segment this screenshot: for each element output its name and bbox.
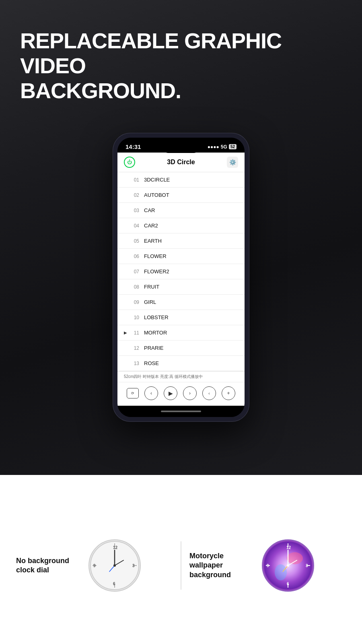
svg-text:9: 9 — [93, 564, 96, 568]
signal-icon: ●●●● — [208, 144, 219, 150]
list-name: MORTOR — [144, 330, 167, 336]
svg-point-15 — [275, 564, 287, 580]
clock-svg-colorful: 12 6 9 3 — [263, 540, 313, 591]
home-indicator — [117, 406, 245, 417]
power-button[interactable]: ⏻ — [124, 157, 135, 168]
list-item[interactable]: 12PRARIE — [117, 341, 245, 356]
list-name: GIRL — [144, 299, 156, 305]
play-icon: ▶ — [169, 390, 173, 396]
svg-text:3: 3 — [306, 564, 308, 568]
list-name: ROSE — [144, 360, 159, 366]
step-back-icon: ‹ — [208, 391, 210, 396]
step-fwd-icon: + — [227, 390, 230, 396]
prev-icon: ‹ — [150, 390, 152, 396]
list-num: 02 — [131, 192, 139, 198]
list-num: 13 — [131, 361, 139, 366]
list-num: 06 — [131, 254, 139, 259]
svg-point-14 — [287, 552, 303, 564]
list-name: LOBSTER — [144, 314, 169, 320]
list-num: 08 — [131, 284, 139, 290]
power-icon: ⏻ — [127, 159, 132, 165]
clock-dial-plain: 12 6 9 3 — [88, 539, 141, 592]
list-item[interactable]: 03CAR — [117, 203, 245, 218]
list-item[interactable]: ▶11MORTOR — [117, 325, 245, 341]
settings-icon: ⚙️ — [229, 159, 236, 165]
list-num: 05 — [131, 238, 139, 244]
comparison-section: No background clock dial 12 6 9 3 — [0, 487, 362, 644]
list-name: FLOWER — [144, 253, 167, 259]
list-item[interactable]: 06FLOWER — [117, 249, 245, 264]
list-num: 12 — [131, 345, 139, 351]
svg-text:3: 3 — [132, 564, 135, 568]
phone-shell: 14:31 ●●●● 5G 52 ⏻ 3D Circle ⚙️ 013DCI — [113, 133, 249, 422]
list-num: 07 — [131, 269, 139, 275]
clock-face-colorful: 12 6 9 3 — [263, 540, 313, 591]
phone-mockup: 14:31 ●●●● 5G 52 ⏻ 3D Circle ⚙️ 013DCI — [113, 133, 249, 422]
list-name: CAR — [144, 207, 155, 213]
phone-screen: 14:31 ●●●● 5G 52 ⏻ 3D Circle ⚙️ 013DCI — [117, 138, 245, 417]
list-item[interactable]: 013DCIRCLE — [117, 172, 245, 188]
headline-line1: REPLACEABLE GRAPHIC VIDEO — [20, 28, 302, 78]
list-item[interactable]: 10LOBSTER — [117, 310, 245, 325]
list-name: EARTH — [144, 238, 162, 244]
list-num: 04 — [131, 223, 139, 229]
list-name: 3DCIRCLE — [144, 177, 170, 183]
comparison-label-1: No background clock dial — [16, 556, 80, 575]
list-item[interactable]: 02AUTOBOT — [117, 188, 245, 203]
list-item[interactable]: 05EARTH — [117, 233, 245, 249]
prev-button[interactable]: ‹ — [144, 386, 158, 400]
home-bar — [161, 411, 201, 412]
status-time: 14:31 — [125, 143, 141, 150]
next-icon: › — [189, 390, 191, 396]
svg-point-12 — [113, 564, 116, 567]
step-fwd-button[interactable]: + — [222, 386, 235, 400]
list-item[interactable]: 04CAR2 — [117, 218, 245, 233]
list-num: 01 — [131, 177, 139, 183]
svg-text:12: 12 — [113, 545, 118, 550]
step-back-button[interactable]: ‹ — [202, 386, 216, 400]
list-name: AUTOBOT — [144, 192, 169, 198]
list-name: CAR2 — [144, 223, 158, 229]
network-label: 5G — [221, 144, 227, 150]
headline-line2: BACKGROUND. — [20, 78, 302, 103]
status-icons: ●●●● 5G 52 — [208, 144, 237, 150]
list-num: 11 — [131, 330, 139, 336]
comparison-label-2: Motorycle wallpaper background — [189, 551, 254, 580]
list-num: 03 — [131, 208, 139, 213]
next-button[interactable]: › — [183, 386, 197, 400]
comparison-divider — [181, 541, 181, 590]
list-name: FRUIT — [144, 284, 159, 290]
list-name: FLOWER2 — [144, 268, 169, 275]
comparison-item-2: Motorycle wallpaper background — [189, 539, 346, 592]
battery-indicator: 52 — [229, 144, 237, 149]
list-name: PRARIE — [144, 345, 163, 351]
play-button[interactable]: ▶ — [164, 386, 177, 400]
dynamic-island — [163, 142, 199, 153]
video-list: 013DCIRCLE02AUTOBOT03CAR04CAR205EARTH06F… — [117, 172, 245, 371]
svg-text:6: 6 — [287, 582, 289, 586]
svg-point-27 — [287, 564, 289, 567]
loop-button[interactable]: ⟳ — [127, 388, 139, 398]
play-indicator: ▶ — [124, 330, 129, 335]
svg-text:12: 12 — [286, 545, 291, 550]
list-num: 10 — [131, 315, 139, 320]
clock-dial-colorful: 12 6 9 3 — [262, 539, 314, 592]
list-num: 09 — [131, 299, 139, 305]
player-status: 52cm四叶 时钟版本 亮度:高 循环模式播放中 — [117, 371, 245, 382]
svg-text:6: 6 — [113, 582, 115, 586]
settings-button[interactable]: ⚙️ — [227, 157, 238, 168]
list-item[interactable]: 13ROSE — [117, 356, 245, 371]
clock-face-plain: 12 6 9 3 — [89, 540, 140, 591]
app-title: 3D Circle — [167, 159, 195, 166]
player-controls: ⟳ ‹ ▶ › ‹ + — [117, 382, 245, 406]
list-item[interactable]: 08FRUIT — [117, 279, 245, 295]
clock-svg-plain: 12 6 9 3 — [89, 540, 140, 591]
list-item[interactable]: 07FLOWER2 — [117, 264, 245, 279]
app-header: ⏻ 3D Circle ⚙️ — [117, 153, 245, 172]
svg-text:9: 9 — [267, 564, 269, 568]
comparison-item-1: No background clock dial 12 6 9 3 — [16, 539, 173, 592]
list-item[interactable]: 09GIRL — [117, 295, 245, 310]
headline: REPLACEABLE GRAPHIC VIDEO BACKGROUND. — [20, 28, 302, 103]
loop-icon: ⟳ — [131, 391, 134, 395]
